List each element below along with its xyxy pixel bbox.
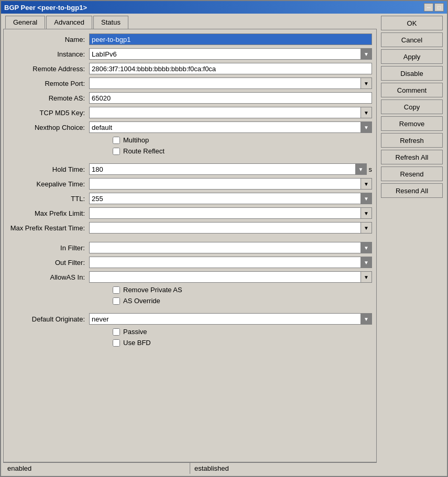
form-area: General Advanced Status Name: Instance: … — [1, 14, 379, 476]
name-label: Name: — [8, 36, 89, 43]
allowas-in-row: AllowAS In: ▼ — [8, 271, 372, 283]
remove-private-as-row: Remove Private AS — [8, 286, 372, 294]
form-container: Name: Instance: ▼ Remote Address: — [3, 29, 377, 462]
tab-advanced[interactable]: Advanced — [46, 16, 92, 29]
default-originate-field: ▼ — [89, 313, 372, 325]
max-prefix-restart-dropdown[interactable]: ▼ — [360, 222, 372, 234]
allowas-in-label: AllowAS In: — [8, 273, 89, 281]
max-prefix-restart-input[interactable] — [89, 222, 360, 234]
remote-port-field: ▼ — [89, 77, 372, 89]
keepalive-input[interactable] — [89, 178, 360, 190]
hold-time-dropdown[interactable]: ▼ — [355, 163, 367, 175]
maximize-button[interactable]: □ — [434, 3, 444, 12]
remote-port-input[interactable] — [89, 77, 360, 89]
disable-button[interactable]: Disable — [381, 66, 443, 81]
default-originate-dropdown[interactable]: ▼ — [360, 313, 372, 325]
in-filter-label: In Filter: — [8, 244, 89, 252]
hold-time-input[interactable] — [89, 163, 355, 175]
tcp-md5-label: TCP MD5 Key: — [8, 109, 89, 117]
window-title: BGP Peer <peer-to-bgp1> — [4, 4, 87, 12]
max-prefix-limit-field: ▼ — [89, 207, 372, 219]
instance-input[interactable] — [89, 48, 360, 60]
remove-private-as-checkbox[interactable] — [113, 286, 120, 294]
instance-field: ▼ — [89, 48, 372, 60]
out-filter-field: ▼ — [89, 257, 372, 268]
multihop-label: Multihop — [123, 136, 149, 144]
title-bar: BGP Peer <peer-to-bgp1> ─ □ — [1, 1, 447, 14]
remote-address-label: Remote Address: — [8, 65, 89, 73]
allowas-in-input[interactable] — [89, 271, 360, 283]
sidebar: OK Cancel Apply Disable Comment Copy Rem… — [379, 14, 447, 476]
hold-time-field: ▼ — [89, 163, 367, 175]
remote-as-input[interactable] — [89, 92, 372, 104]
hold-time-row: Hold Time: ▼ s — [8, 163, 372, 175]
max-prefix-limit-dropdown[interactable]: ▼ — [360, 207, 372, 219]
status-bar: enabled established — [3, 462, 377, 474]
ttl-dropdown[interactable]: ▼ — [360, 193, 372, 204]
tab-status[interactable]: Status — [93, 16, 128, 29]
default-originate-input[interactable] — [89, 313, 360, 325]
multihop-checkbox[interactable] — [113, 137, 120, 144]
in-filter-dropdown[interactable]: ▼ — [360, 242, 372, 253]
refresh-button[interactable]: Refresh — [381, 133, 443, 148]
cancel-button[interactable]: Cancel — [381, 32, 443, 47]
passive-row: Passive — [8, 328, 372, 336]
out-filter-input[interactable] — [89, 257, 360, 268]
copy-button[interactable]: Copy — [381, 99, 443, 114]
as-override-row: AS Override — [8, 297, 372, 305]
max-prefix-restart-row: Max Prefix Restart Time: ▼ — [8, 222, 372, 234]
nexthop-row: Nexthop Choice: ▼ — [8, 121, 372, 133]
max-prefix-limit-input[interactable] — [89, 207, 360, 219]
nexthop-label: Nexthop Choice: — [8, 124, 89, 131]
allowas-in-field: ▼ — [89, 271, 372, 283]
resend-all-button[interactable]: Resend All — [381, 183, 443, 198]
ttl-row: TTL: ▼ — [8, 193, 372, 204]
nexthop-input[interactable] — [89, 121, 360, 133]
status-enabled: enabled — [3, 463, 190, 474]
nexthop-dropdown[interactable]: ▼ — [360, 121, 372, 133]
remove-button[interactable]: Remove — [381, 116, 443, 131]
remote-as-row: Remote AS: — [8, 92, 372, 104]
hold-time-label: Hold Time: — [8, 165, 89, 173]
apply-button[interactable]: Apply — [381, 49, 443, 64]
route-reflect-row: Route Reflect — [8, 147, 372, 155]
tcp-md5-input[interactable] — [89, 107, 360, 118]
keepalive-label: Keepalive Time: — [8, 180, 89, 188]
tab-general[interactable]: General — [5, 16, 45, 29]
keepalive-row: Keepalive Time: ▼ — [8, 178, 372, 190]
max-prefix-limit-row: Max Prefix Limit: ▼ — [8, 207, 372, 219]
default-originate-row: Default Originate: ▼ — [8, 313, 372, 325]
allowas-in-dropdown[interactable]: ▼ — [360, 271, 372, 283]
comment-button[interactable]: Comment — [381, 83, 443, 97]
instance-dropdown[interactable]: ▼ — [360, 48, 372, 60]
keepalive-dropdown[interactable]: ▼ — [360, 178, 372, 190]
passive-label: Passive — [123, 328, 147, 336]
route-reflect-checkbox[interactable] — [113, 148, 120, 155]
use-bfd-label: Use BFD — [123, 339, 151, 347]
out-filter-dropdown[interactable]: ▼ — [360, 257, 372, 268]
tcp-md5-field: ▼ — [89, 107, 372, 118]
window: BGP Peer <peer-to-bgp1> ─ □ General Adva… — [0, 0, 448, 477]
use-bfd-checkbox[interactable] — [113, 339, 120, 347]
refresh-all-button[interactable]: Refresh All — [381, 150, 443, 164]
passive-checkbox[interactable] — [113, 328, 120, 336]
ttl-input[interactable] — [89, 193, 360, 204]
max-prefix-restart-field: ▼ — [89, 222, 372, 234]
minimize-button[interactable]: ─ — [424, 3, 433, 12]
in-filter-row: In Filter: ▼ — [8, 242, 372, 253]
max-prefix-limit-label: Max Prefix Limit: — [8, 209, 89, 217]
tcp-md5-dropdown[interactable]: ▼ — [360, 107, 372, 118]
resend-button[interactable]: Resend — [381, 167, 443, 181]
as-override-checkbox[interactable] — [113, 297, 120, 305]
remote-address-input[interactable] — [89, 63, 372, 74]
out-filter-row: Out Filter: ▼ — [8, 257, 372, 268]
remote-port-dropdown[interactable]: ▼ — [360, 77, 372, 89]
max-prefix-restart-label: Max Prefix Restart Time: — [8, 224, 89, 232]
in-filter-field: ▼ — [89, 242, 372, 253]
ttl-label: TTL: — [8, 195, 89, 203]
in-filter-input[interactable] — [89, 242, 360, 253]
name-input[interactable] — [89, 34, 372, 45]
default-originate-label: Default Originate: — [8, 315, 89, 323]
ok-button[interactable]: OK — [381, 16, 443, 30]
remote-port-label: Remote Port: — [8, 80, 89, 87]
